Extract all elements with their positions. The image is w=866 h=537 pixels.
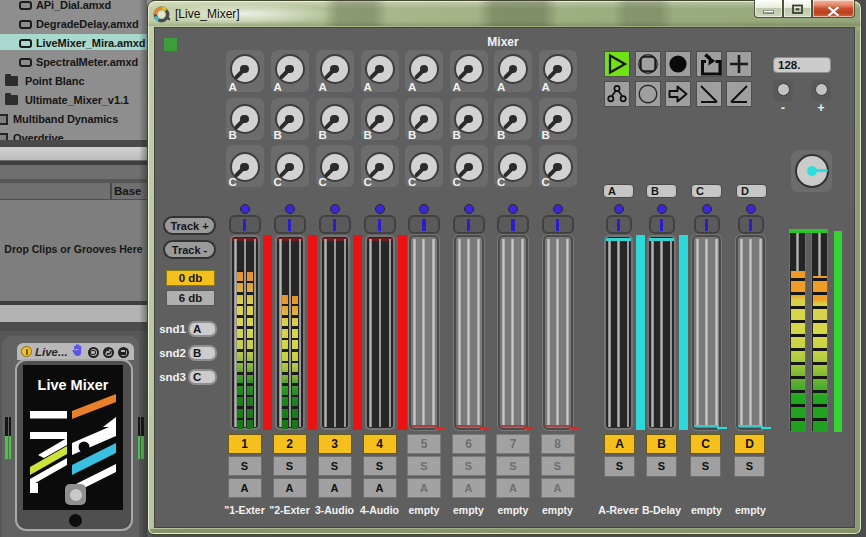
svg-text:Live Mixer: Live Mixer xyxy=(38,377,109,393)
